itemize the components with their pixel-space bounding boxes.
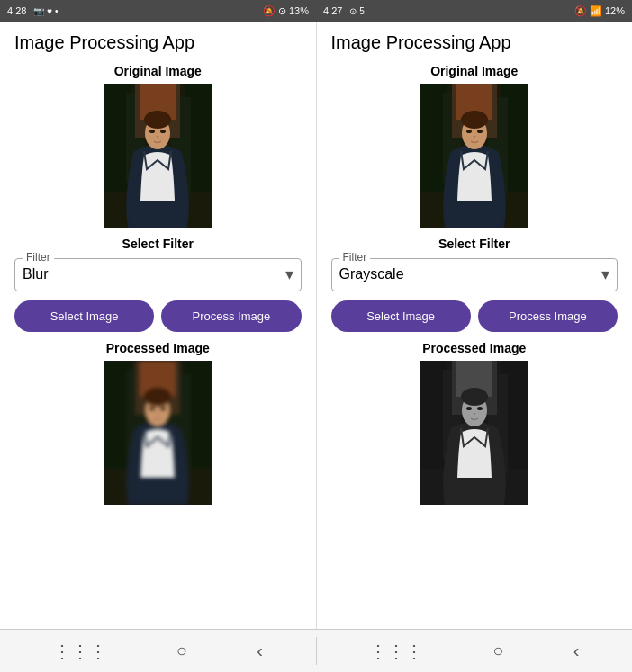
status-icons-right: ⊙ 5 — [349, 6, 364, 16]
svg-point-43 — [477, 407, 483, 410]
nav-home-icon-right[interactable]: ○ — [492, 641, 503, 661]
select-image-button-left[interactable]: Select Image — [14, 300, 154, 332]
process-image-button-right[interactable]: Process Image — [478, 300, 618, 332]
svg-point-32 — [477, 130, 483, 133]
filter-section-label-left: Select Filter — [14, 237, 302, 251]
battery-left: 13% — [289, 5, 309, 16]
filter-group-right: Filter Blur Grayscale Sharpen Edge Detec… — [331, 258, 618, 291]
select-wrapper-left: Blur Grayscale Sharpen Edge Detect ▾ — [23, 263, 293, 285]
original-label-left: Original Image — [14, 64, 302, 78]
original-image-left — [104, 84, 212, 228]
original-image-right — [420, 84, 528, 228]
original-image-container-left — [14, 84, 302, 228]
wifi-icon-left: ⊙ — [278, 5, 286, 17]
svg-point-21 — [160, 407, 166, 410]
nav-home-icon-left[interactable]: ○ — [176, 641, 187, 661]
app-title-right: Image Processing App — [331, 32, 618, 53]
processed-image-container-right — [331, 361, 618, 505]
processed-image-right — [420, 361, 528, 505]
nav-menu-icon-right[interactable]: ⋮⋮⋮ — [369, 641, 423, 662]
battery-icons-right: 🔕 📶 12% — [574, 5, 632, 17]
time-left: 4:28 — [7, 5, 26, 16]
select-wrapper-right: Blur Grayscale Sharpen Edge Detect ▾ — [339, 263, 610, 285]
nav-bar: ⋮⋮⋮ ○ ‹ ⋮⋮⋮ ○ ‹ — [0, 629, 632, 672]
filter-select-left[interactable]: Blur Grayscale Sharpen Edge Detect — [23, 263, 293, 285]
processed-label-right: Processed Image — [331, 341, 618, 355]
battery-icons-left: 🔕 ⊙ 13% — [263, 5, 316, 17]
svg-point-31 — [466, 130, 472, 133]
processed-image-left — [104, 361, 212, 505]
svg-point-20 — [149, 407, 155, 410]
processed-image-container-left — [14, 361, 302, 505]
buttons-row-left: Select Image Process Image — [14, 300, 302, 332]
filter-group-text-left: Filter — [23, 251, 54, 264]
svg-point-42 — [466, 407, 472, 410]
screens-container: Image Processing App Original Image — [0, 22, 632, 629]
status-bar-left: 4:28 📷 ♥ • 🔕 ⊙ 13% — [0, 5, 316, 17]
time-right: 4:27 — [323, 5, 342, 16]
wifi-icon-right: 📶 — [590, 5, 602, 17]
status-icons-left: 📷 ♥ • — [33, 6, 58, 16]
screen-left: Image Processing App Original Image — [0, 22, 317, 629]
process-image-button-left[interactable]: Process Image — [161, 300, 301, 332]
status-bar-right: 4:27 ⊙ 5 🔕 📶 12% — [316, 5, 632, 17]
original-label-right: Original Image — [331, 64, 618, 78]
svg-point-9 — [149, 130, 155, 133]
nav-section-right: ⋮⋮⋮ ○ ‹ — [317, 630, 633, 672]
filter-section-label-right: Select Filter — [331, 237, 618, 251]
nav-back-icon-left[interactable]: ‹ — [257, 641, 263, 661]
signal-icon-left: 🔕 — [263, 5, 275, 17]
nav-back-icon-right[interactable]: ‹ — [573, 641, 580, 661]
signal-icon-right: 🔕 — [574, 5, 587, 17]
filter-select-right[interactable]: Blur Grayscale Sharpen Edge Detect — [339, 263, 610, 285]
svg-point-10 — [160, 130, 166, 133]
status-bar: 4:28 📷 ♥ • 🔕 ⊙ 13% 4:27 ⊙ 5 🔕 📶 12% — [0, 0, 632, 22]
app-title-left: Image Processing App — [14, 32, 302, 53]
select-image-button-right[interactable]: Select Image — [331, 300, 471, 332]
filter-group-text-right: Filter — [339, 251, 371, 264]
screen-right: Image Processing App Original Image — [317, 22, 633, 629]
original-image-container-right — [331, 84, 618, 228]
filter-group-left: Filter Blur Grayscale Sharpen Edge Detec… — [14, 258, 302, 291]
battery-right: 12% — [605, 5, 625, 16]
nav-section-left: ⋮⋮⋮ ○ ‹ — [0, 630, 316, 672]
processed-label-left: Processed Image — [14, 341, 302, 355]
nav-menu-icon-left[interactable]: ⋮⋮⋮ — [53, 641, 107, 662]
buttons-row-right: Select Image Process Image — [331, 300, 618, 332]
